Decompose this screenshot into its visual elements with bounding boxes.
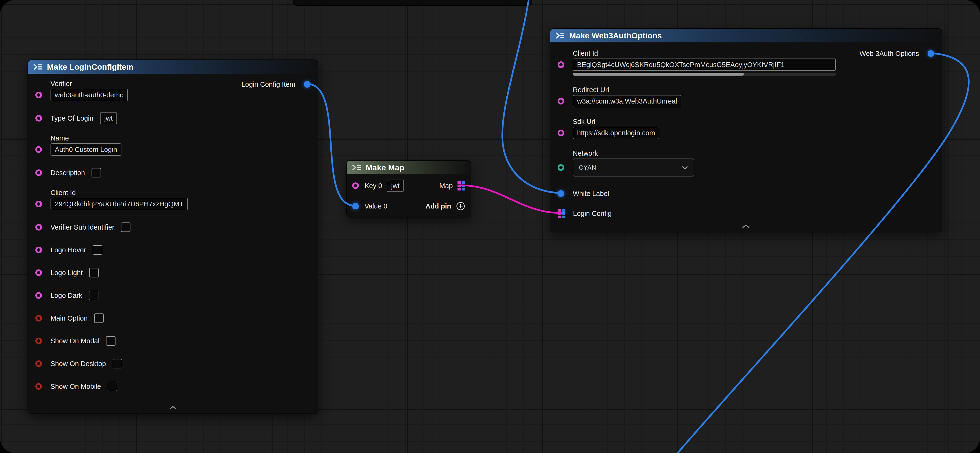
pin-label-verifier: Verifier <box>51 80 128 88</box>
pin-label-name: Name <box>51 134 121 142</box>
row-key0-map: Key 0 jwt Map <box>352 179 465 192</box>
pin-verifier[interactable] <box>35 92 42 98</box>
main-option-checkbox[interactable] <box>94 314 103 323</box>
node-header-make-loginconfigitem[interactable]: Make LoginConfigItem <box>28 60 318 74</box>
pin-label-logo-hover: Logo Hover <box>51 246 86 254</box>
redirect-url-input[interactable]: w3a://com.w3a.Web3AuthUnreal <box>573 95 681 107</box>
row-client-id: Client Id 294QRkchfq2YaXUbPri7D6PH7xzHgQ… <box>35 189 310 210</box>
verifier-sub-identifier-input[interactable] <box>121 222 130 232</box>
add-pin-label: Add pin <box>425 202 451 210</box>
node-header-make-web3authoptions[interactable]: Make Web3AuthOptions <box>550 29 942 43</box>
type-of-login-input[interactable]: jwt <box>100 112 117 124</box>
pin-sdk-url[interactable] <box>558 130 564 136</box>
sdk-url-input[interactable]: https://sdk.openlogin.com <box>573 127 659 139</box>
pin-show-on-modal[interactable] <box>35 337 42 344</box>
collapse-node-button[interactable] <box>550 223 942 232</box>
row-show-on-modal: Show On Modal <box>35 334 310 348</box>
pin-label-network: Network <box>573 149 694 157</box>
pin-name[interactable] <box>35 146 42 153</box>
node-title: Make LoginConfigItem <box>47 62 134 71</box>
row-logo-light: Logo Light <box>35 266 310 279</box>
pin-label-sdk-url: Sdk Url <box>573 118 659 125</box>
pin-label-verifier-sub-identifier: Verifier Sub Identifier <box>51 223 114 231</box>
key0-input[interactable]: jwt <box>387 180 404 192</box>
pin-type-of-login[interactable] <box>35 115 42 122</box>
pin-w3-client-id[interactable] <box>558 61 564 68</box>
pin-logo-hover[interactable] <box>35 247 42 253</box>
row-name: Name Auth0 Custom Login <box>35 134 310 156</box>
pin-label-value0: Value 0 <box>364 202 387 210</box>
pin-white-label[interactable] <box>558 190 564 197</box>
node-make-web3authoptions[interactable]: Make Web3AuthOptions Web 3Auth Options C… <box>550 28 942 233</box>
node-make-loginconfigitem[interactable]: Make LoginConfigItem Login Config Item V… <box>27 59 318 414</box>
pin-login-config-item-out[interactable] <box>304 81 310 88</box>
row-verifier-sub-identifier: Verifier Sub Identifier <box>35 220 310 234</box>
pin-label-client-id: Client Id <box>51 189 188 196</box>
pin-label-map-out: Map <box>439 182 453 190</box>
output-pin-label: Web 3Auth Options <box>859 50 919 57</box>
row-login-config: Login Config <box>558 208 934 219</box>
logo-light-input[interactable] <box>89 268 99 277</box>
client-id-scrollbar-thumb[interactable] <box>573 73 744 76</box>
pin-label-w3-client-id: Client Id <box>573 49 836 57</box>
verifier-input[interactable]: web3auth-auth0-demo <box>51 89 128 101</box>
row-type-of-login: Type Of Login jwt <box>35 112 310 125</box>
pin-login-config[interactable] <box>558 209 565 218</box>
pin-key0[interactable] <box>352 182 359 189</box>
collapse-chevron-icon <box>168 405 178 410</box>
row-show-on-mobile: Show On Mobile <box>35 380 310 393</box>
pin-web3auth-options-out[interactable] <box>928 50 934 57</box>
add-pin-icon <box>456 201 465 211</box>
show-on-mobile-checkbox[interactable] <box>108 382 117 391</box>
pin-label-redirect-url: Redirect Url <box>573 86 681 94</box>
pin-verifier-sub-identifier[interactable] <box>35 224 42 231</box>
node-make-map[interactable]: Make Map Key 0 jwt Map Value 0 <box>346 160 471 217</box>
name-input[interactable]: Auth0 Custom Login <box>51 143 121 156</box>
pin-label-logo-dark: Logo Dark <box>51 291 82 299</box>
row-main-option: Main Option <box>35 312 310 325</box>
row-sdk-url: Sdk Url https://sdk.openlogin.com <box>558 118 934 139</box>
pin-label-type-of-login: Type Of Login <box>51 114 94 122</box>
collapse-node-button[interactable] <box>28 404 318 413</box>
client-id-input[interactable]: 294QRkchfq2YaXUbPri7D6PH7xzHgQMT <box>51 198 188 210</box>
w3-client-id-input[interactable]: BEglQSgt4cUWcj6SKRdu5QkOXTsePmMcusG5EAoy… <box>573 59 836 71</box>
row-redirect-url: Redirect Url w3a://com.w3a.Web3AuthUnrea… <box>558 86 934 107</box>
pin-client-id[interactable] <box>35 201 42 207</box>
client-id-scrollbar[interactable] <box>573 73 836 76</box>
node-title: Make Map <box>366 163 404 172</box>
pin-label-show-on-mobile: Show On Mobile <box>51 383 101 390</box>
chevron-down-icon <box>682 166 688 169</box>
output-row-login-config-item: Login Config Item <box>242 78 310 91</box>
pin-network[interactable] <box>558 164 564 171</box>
pin-logo-light[interactable] <box>35 269 42 276</box>
row-show-on-desktop: Show On Desktop <box>35 357 310 370</box>
pin-main-option[interactable] <box>35 315 42 322</box>
pin-label-description: Description <box>51 169 85 177</box>
node-header-make-map[interactable]: Make Map <box>347 161 471 174</box>
logo-dark-input[interactable] <box>89 291 99 300</box>
description-input[interactable] <box>92 168 101 177</box>
network-dropdown[interactable]: CYAN <box>573 158 694 176</box>
pin-map-out[interactable] <box>458 181 465 190</box>
pin-label-login-config: Login Config <box>573 210 612 217</box>
pin-show-on-mobile[interactable] <box>35 383 42 390</box>
pin-description[interactable] <box>35 169 42 176</box>
pin-redirect-url[interactable] <box>558 98 564 105</box>
add-pin-button[interactable]: Add pin <box>425 201 465 211</box>
pin-label-show-on-modal: Show On Modal <box>51 337 99 345</box>
show-on-modal-checkbox[interactable] <box>106 336 116 346</box>
node-title: Make Web3AuthOptions <box>569 31 662 40</box>
blueprint-graph-canvas[interactable]: Make LoginConfigItem Login Config Item V… <box>0 0 980 453</box>
pin-logo-dark[interactable] <box>35 292 42 299</box>
show-on-desktop-checkbox[interactable] <box>113 359 122 368</box>
pin-show-on-desktop[interactable] <box>35 360 42 367</box>
make-struct-icon <box>555 32 565 39</box>
pin-label-show-on-desktop: Show On Desktop <box>51 360 106 368</box>
wire-map-to-login-config[interactable] <box>461 185 562 213</box>
offscreen-node-bottom-edge <box>293 0 532 6</box>
pin-value0[interactable] <box>352 203 359 209</box>
logo-hover-input[interactable] <box>93 245 102 255</box>
row-value0-addpin: Value 0 Add pin <box>352 200 465 213</box>
row-white-label: White Label <box>558 188 934 199</box>
pin-label-key0: Key 0 <box>364 182 382 190</box>
